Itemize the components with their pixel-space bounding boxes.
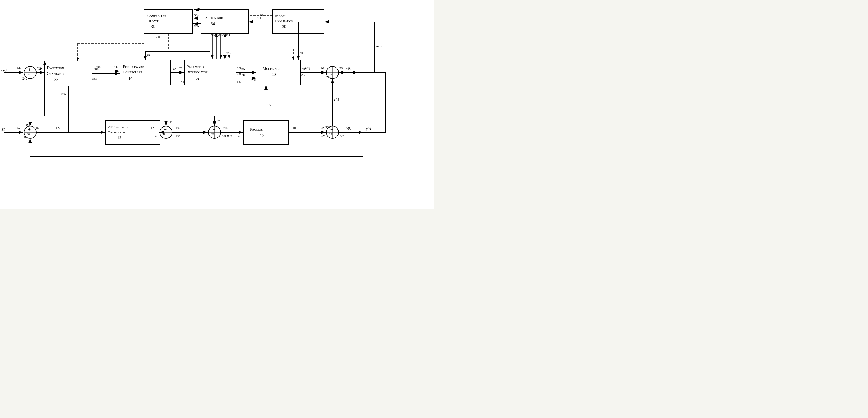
svg-text:10a: 10a — [235, 134, 240, 137]
svg-text:Excitation: Excitation — [47, 66, 64, 70]
svg-text:32c: 32c — [181, 81, 186, 84]
svg-text:22: 22 — [330, 133, 332, 136]
svg-text:12a: 12a — [56, 126, 60, 130]
svg-text:22b: 22b — [321, 134, 326, 137]
svg-text:32c: 32c — [179, 66, 183, 70]
svg-text:12: 12 — [117, 136, 121, 140]
svg-text:26a: 26a — [326, 126, 330, 129]
svg-text:Evaluation: Evaluation — [275, 19, 293, 23]
svg-text:18a: 18a — [152, 134, 157, 137]
svg-text:38: 38 — [55, 77, 58, 82]
svg-text:Feedforward: Feedforward — [123, 65, 144, 69]
svg-text:+: + — [331, 127, 333, 132]
svg-text:34g: 34g — [197, 6, 202, 9]
svg-text:28b: 28b — [242, 73, 246, 76]
svg-text:28d: 28d — [251, 78, 256, 82]
svg-text:PID/Feedback: PID/Feedback — [107, 125, 128, 129]
svg-text:22a: 22a — [321, 126, 325, 130]
svg-text:28: 28 — [272, 73, 276, 77]
svg-text:+: + — [28, 67, 31, 72]
svg-text:30: 30 — [282, 25, 286, 29]
svg-text:Parameter: Parameter — [187, 65, 204, 69]
svg-text:26a: 26a — [326, 75, 331, 79]
controller-update-label: Controller — [147, 14, 166, 18]
svg-text:36c: 36c — [156, 35, 160, 38]
svg-text:e(t): e(t) — [346, 66, 351, 70]
svg-text:28c: 28c — [301, 73, 306, 76]
svg-text:y(t): y(t) — [346, 126, 351, 130]
svg-text:u(t): u(t) — [227, 134, 231, 138]
svg-text:24: 24 — [27, 73, 30, 76]
svg-text:28c: 28c — [302, 68, 306, 71]
svg-text:20c: 20c — [216, 119, 220, 122]
svg-text:20b: 20b — [223, 126, 228, 130]
svg-text:32a: 32a — [226, 52, 231, 55]
svg-text:26b: 26b — [321, 66, 326, 70]
svg-text:36: 36 — [151, 25, 155, 29]
svg-text:30b: 30b — [260, 13, 265, 17]
svg-text:+: + — [164, 127, 166, 132]
svg-text:d(t): d(t) — [1, 68, 7, 72]
diagram-container: Controller Update 36 Supervisor 34 Model… — [0, 0, 434, 209]
svg-text:26c: 26c — [339, 66, 344, 70]
svg-text:34: 34 — [211, 22, 215, 26]
svg-text:36a: 36a — [194, 13, 198, 17]
svg-text:38b: 38b — [94, 68, 99, 71]
svg-text:28d: 28d — [237, 81, 242, 84]
svg-text:20: 20 — [212, 133, 214, 136]
model-set-block — [257, 60, 300, 85]
svg-text:Supervisor: Supervisor — [205, 15, 223, 20]
svg-text:14c: 14c — [171, 67, 176, 70]
svg-text:18: 18 — [163, 133, 166, 136]
svg-text:10b: 10b — [293, 126, 298, 130]
svg-text:10: 10 — [260, 133, 264, 138]
svg-text:14a: 14a — [114, 66, 119, 69]
svg-text:16d: 16d — [26, 123, 30, 126]
svg-text:Model Set: Model Set — [262, 66, 280, 71]
svg-text:Controller: Controller — [107, 130, 125, 134]
svg-text:+: + — [331, 67, 333, 72]
svg-text:Model: Model — [275, 14, 286, 18]
svg-text:28a: 28a — [300, 52, 304, 55]
svg-text:32b: 32b — [240, 68, 245, 71]
svg-text:10c: 10c — [267, 103, 272, 107]
svg-text:SP: SP — [1, 127, 5, 131]
svg-text:22c: 22c — [339, 134, 344, 137]
svg-text:14: 14 — [128, 76, 132, 81]
svg-text:18b: 18b — [176, 126, 180, 130]
svg-text:14b: 14b — [145, 53, 150, 56]
svg-text:12b: 12b — [151, 126, 156, 130]
svg-text:16b: 16b — [36, 126, 40, 130]
svg-text:28b: 28b — [237, 72, 242, 75]
svg-text:y(t): y(t) — [365, 127, 371, 131]
svg-text:18c: 18c — [176, 134, 180, 137]
svg-text:24b: 24b — [38, 67, 42, 70]
svg-text:16a: 16a — [16, 126, 20, 130]
svg-text:Controller: Controller — [123, 70, 142, 74]
svg-text:y(t): y(t) — [333, 97, 339, 101]
svg-text:Process: Process — [250, 127, 263, 131]
svg-text:32: 32 — [195, 76, 199, 81]
svg-text:24c: 24c — [22, 76, 27, 81]
svg-text:16c: 16c — [24, 135, 28, 138]
svg-text:Update: Update — [147, 19, 159, 23]
svg-text:+: + — [28, 127, 31, 132]
svg-text:38a: 38a — [92, 77, 97, 80]
process-block — [244, 121, 288, 144]
svg-text:+: + — [213, 127, 215, 132]
svg-text:38a: 38a — [61, 92, 66, 96]
svg-text:20a: 20a — [221, 134, 226, 137]
svg-text:36b: 36b — [194, 25, 199, 28]
svg-text:Generator: Generator — [47, 71, 64, 76]
svg-text:24a: 24a — [17, 66, 21, 70]
svg-text:30a: 30a — [377, 45, 382, 48]
svg-text:Interpolator: Interpolator — [187, 70, 208, 74]
svg-text:12c: 12c — [167, 120, 172, 123]
